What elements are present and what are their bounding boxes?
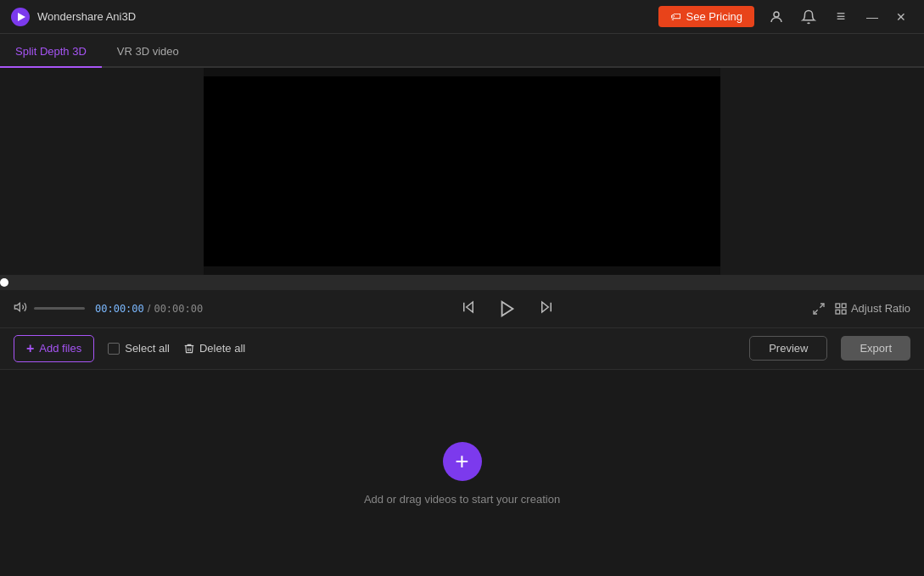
svg-rect-14	[836, 310, 840, 314]
adjust-ratio-button[interactable]: Adjust Ratio	[834, 302, 910, 316]
window-controls: — ✕	[860, 4, 914, 30]
preview-button[interactable]: Preview	[749, 336, 827, 361]
close-button[interactable]: ✕	[888, 4, 914, 30]
preview-area	[0, 68, 924, 275]
user-icon[interactable]	[764, 5, 788, 29]
svg-rect-13	[842, 310, 846, 314]
file-toolbar: + Add files Select all Delete all Previe…	[0, 327, 924, 370]
fullscreen-button[interactable]	[812, 302, 826, 316]
play-pause-button[interactable]	[493, 294, 522, 323]
add-video-icon[interactable]: +	[441, 440, 484, 483]
add-circle-icon: +	[443, 442, 482, 481]
svg-rect-11	[836, 304, 840, 308]
add-files-button[interactable]: + Add files	[14, 335, 94, 362]
scrubber-thumb	[0, 275, 14, 290]
select-all-wrapper[interactable]: Select all	[108, 342, 170, 355]
tab-split-depth-3d[interactable]: Split Depth 3D	[0, 36, 102, 68]
skip-forward-button[interactable]	[539, 299, 554, 318]
notification-icon[interactable]	[797, 5, 820, 29]
svg-marker-6	[502, 301, 513, 316]
title-bar: Wondershare Ani3D 🏷 See Pricing ≡ — ✕	[0, 0, 924, 34]
scrubber-dot	[0, 278, 8, 287]
skip-back-button[interactable]	[461, 299, 476, 318]
menu-icon[interactable]: ≡	[829, 5, 853, 29]
playback-controls	[203, 294, 812, 323]
right-controls: Adjust Ratio	[812, 302, 910, 316]
add-files-plus-icon: +	[26, 341, 34, 356]
delete-icon	[183, 343, 195, 355]
drop-zone-message: Add or drag videos to start your creatio…	[364, 493, 560, 506]
tabs-bar: Split Depth 3D VR 3D video	[0, 34, 924, 68]
delete-all-label: Delete all	[199, 342, 245, 355]
select-all-label: Select all	[125, 342, 170, 355]
right-panel	[720, 68, 924, 275]
tab-vr-3d-video[interactable]: VR 3D video	[102, 36, 194, 68]
time-separator: /	[148, 302, 151, 315]
svg-marker-3	[14, 303, 20, 310]
export-button[interactable]: Export	[841, 336, 910, 361]
svg-point-2	[774, 12, 779, 17]
video-canvas	[204, 76, 720, 266]
minimize-button[interactable]: —	[860, 4, 885, 30]
svg-rect-12	[842, 304, 846, 308]
title-actions: ≡	[764, 5, 853, 29]
app-title: Wondershare Ani3D	[37, 10, 658, 23]
app-logo	[10, 7, 31, 27]
svg-marker-4	[467, 302, 473, 312]
svg-line-10	[814, 310, 818, 314]
see-pricing-button[interactable]: 🏷 See Pricing	[658, 6, 754, 27]
svg-line-9	[820, 304, 824, 308]
delete-all-wrapper[interactable]: Delete all	[183, 342, 245, 355]
pricing-tag-icon: 🏷	[670, 10, 681, 23]
select-all-checkbox[interactable]	[108, 343, 120, 355]
total-time: 00:00:00	[154, 303, 203, 315]
main-content: 00:00:00 / 00:00:00	[0, 68, 924, 576]
controls-bar: 00:00:00 / 00:00:00	[0, 290, 924, 327]
svg-marker-7	[542, 302, 549, 312]
current-time: 00:00:00	[95, 303, 144, 315]
scrubber-track[interactable]	[0, 275, 924, 290]
left-panel	[0, 68, 204, 275]
drop-zone[interactable]: + Add or drag videos to start your creat…	[0, 370, 924, 577]
scrubber-area[interactable]	[0, 275, 924, 290]
volume-icon[interactable]	[14, 300, 27, 316]
volume-slider[interactable]	[34, 307, 85, 310]
